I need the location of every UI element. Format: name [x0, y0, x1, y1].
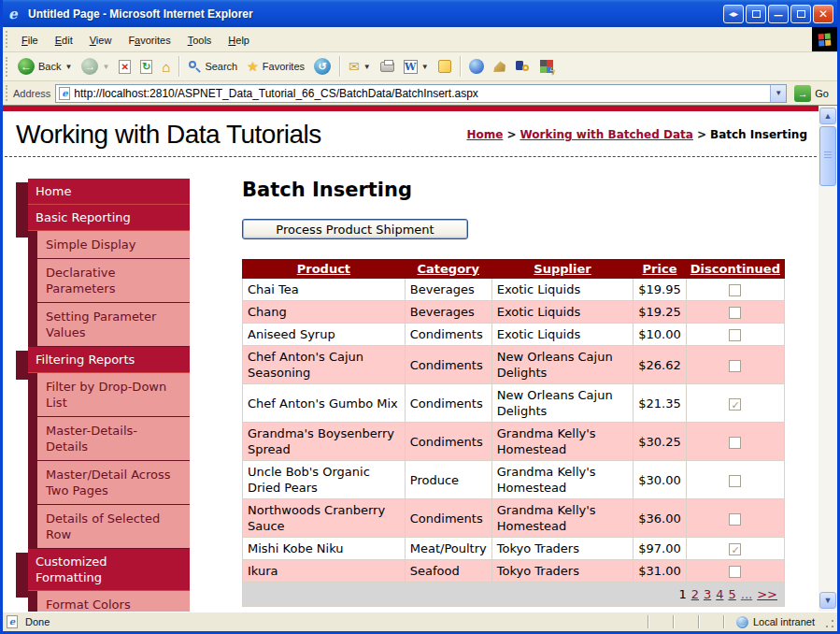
print-button[interactable] [376, 60, 399, 74]
minimize-button[interactable]: — [768, 5, 789, 23]
pager-page-2[interactable]: 2 [691, 587, 699, 601]
scroll-up-button[interactable]: ▲ [819, 108, 836, 124]
detach-window-button[interactable] [746, 5, 766, 23]
stop-button[interactable]: ✕ [114, 58, 135, 76]
process-product-shipment-button[interactable]: Process Product Shipment [242, 219, 468, 239]
product-row-chef-anton-s-gumbo-mix: Chef Anton's Gumbo MixCondimentsNew Orle… [243, 384, 785, 423]
sidebar-item-format-colors[interactable]: Format Colors [28, 591, 190, 612]
pager-page-3[interactable]: 3 [704, 587, 711, 601]
stop-icon: ✕ [119, 60, 131, 74]
sort-link-category[interactable]: Category [418, 262, 479, 276]
sidebar-item-declarative-parameters[interactable]: Declarative Parameters [28, 259, 190, 303]
edit-with-word-button[interactable]: W▼ [399, 58, 434, 76]
address-input[interactable] [74, 87, 770, 100]
mail-button[interactable]: ✉▼ [344, 57, 376, 76]
search-button[interactable]: Search [183, 58, 242, 75]
cell-price: $19.95 [634, 279, 687, 301]
messenger-icon [469, 59, 484, 74]
discontinued-checkbox-unchecked [729, 437, 741, 449]
pane-arrows-button[interactable]: ◂▸ [723, 5, 744, 23]
sidebar-item-filtering-reports[interactable]: Filtering Reports [28, 347, 190, 373]
cell-discontinued [686, 324, 784, 346]
forward-button[interactable]: → ▼ [77, 56, 114, 77]
cell-category: Condiments [405, 346, 491, 384]
sidebar-item-details-of-selected-row[interactable]: Details of Selected Row [28, 505, 190, 549]
messenger-button[interactable] [464, 57, 489, 76]
title-bar[interactable]: e Untitled Page - Microsoft Internet Exp… [3, 0, 837, 27]
sidebar-item-master-detail-across-two-pages[interactable]: Master/Detail Across Two Pages [28, 461, 190, 505]
breadcrumb-home[interactable]: Home [466, 128, 503, 141]
pager-next-link[interactable]: >> [757, 587, 777, 601]
product-row-chef-anton-s-cajun-seasoning: Chef Anton's Cajun SeasoningCondimentsNe… [243, 346, 785, 384]
pager-page-5[interactable]: 5 [729, 587, 736, 601]
menu-favorites[interactable]: Favorites [120, 32, 178, 49]
sidebar-item-filter-by-drop-down-list[interactable]: Filter by Drop-Down List [28, 373, 190, 417]
sort-link-product[interactable]: Product [297, 262, 350, 276]
back-button[interactable]: ← Back ▼ [13, 56, 77, 77]
column-header-category[interactable]: Category [405, 260, 491, 279]
main-content: Batch Inserting Process Product Shipment… [242, 179, 785, 607]
breadcrumb-separator: > [697, 128, 706, 141]
column-header-discontinued[interactable]: Discontinued [686, 260, 784, 279]
column-header-supplier[interactable]: Supplier [491, 260, 634, 279]
discontinued-checkbox-unchecked [729, 284, 741, 296]
go-button[interactable]: → Go [787, 85, 834, 102]
menu-view[interactable]: View [81, 32, 121, 49]
cell-supplier: Exotic Liquids [491, 279, 634, 301]
maximize-button[interactable] [790, 5, 811, 23]
address-dropdown-button[interactable]: ▼ [770, 85, 786, 102]
scroll-thumb[interactable] [819, 126, 836, 186]
history-button[interactable]: ↺ [309, 56, 335, 77]
mail-icon: ✉ [349, 59, 360, 74]
addon-button-2[interactable] [535, 58, 558, 75]
status-page-icon: e [7, 615, 18, 628]
discuss-button[interactable] [434, 58, 456, 75]
home-button[interactable]: ⌂ [157, 57, 175, 77]
cell-product: Chef Anton's Gumbo Mix [243, 384, 406, 423]
menu-tools[interactable]: Tools [179, 32, 221, 49]
cell-category: Condiments [405, 499, 491, 538]
toolbar-grip[interactable] [6, 31, 8, 48]
menu-help[interactable]: Help [220, 32, 258, 49]
sort-link-supplier[interactable]: Supplier [534, 262, 591, 276]
product-row-northwoods-cranberry-sauce: Northwoods Cranberry SauceCondimentsGran… [243, 499, 785, 538]
menu-edit[interactable]: Edit [47, 32, 81, 49]
sidebar-item-customized-formatting[interactable]: Customized Formatting [28, 549, 190, 591]
sidebar-item-setting-parameter-values[interactable]: Setting Parameter Values [28, 303, 190, 347]
edit-dropdown-icon[interactable]: ▼ [421, 63, 429, 71]
vertical-scrollbar[interactable]: ▲ ▼ [819, 106, 837, 612]
page-content: Working with Data Tutorials Home>Working… [3, 106, 837, 612]
sidebar-item-simple-display[interactable]: Simple Display [28, 231, 190, 259]
refresh-button[interactable]: ↻ [135, 58, 157, 76]
addon-button-1[interactable] [489, 58, 511, 75]
sidebar-item-home[interactable]: Home [28, 179, 190, 205]
pager-ellipsis-link[interactable]: ... [741, 587, 752, 601]
note-icon [438, 60, 451, 73]
resize-grip[interactable] [824, 618, 835, 629]
cell-discontinued [686, 384, 784, 423]
sort-link-price[interactable]: Price [643, 262, 677, 276]
sidebar-item-basic-reporting[interactable]: Basic Reporting [28, 205, 190, 231]
favorites-button[interactable]: ★ Favorites [242, 57, 309, 76]
cell-discontinued [686, 301, 784, 324]
sidebar-item-master-details-details[interactable]: Master-Details-Details [28, 417, 190, 461]
toolbar-grip[interactable] [6, 85, 8, 102]
breadcrumb-working-with-batched-data[interactable]: Working with Batched Data [520, 128, 692, 141]
close-button[interactable]: ✕ [813, 5, 833, 23]
menu-file[interactable]: File [13, 32, 47, 49]
sort-link-discontinued[interactable]: Discontinued [691, 262, 780, 276]
cell-supplier: Tokyo Traders [491, 560, 634, 583]
cell-product: Aniseed Syrup [243, 324, 406, 346]
products-grid: ProductCategorySupplierPriceDiscontinued… [242, 259, 785, 607]
browser-window: e Untitled Page - Microsoft Internet Exp… [0, 0, 840, 634]
mail-dropdown-icon[interactable]: ▼ [363, 63, 371, 71]
back-dropdown-icon[interactable]: ▼ [64, 63, 72, 71]
cell-product: Grandma's Boysenberry Spread [243, 423, 406, 461]
pager-page-4[interactable]: 4 [716, 587, 723, 601]
toolbar-grip[interactable] [6, 57, 8, 77]
column-header-product[interactable]: Product [243, 260, 406, 279]
research-button[interactable] [511, 59, 535, 74]
column-header-price[interactable]: Price [634, 260, 687, 279]
scroll-down-button[interactable]: ▼ [819, 592, 836, 609]
search-label: Search [205, 61, 237, 72]
